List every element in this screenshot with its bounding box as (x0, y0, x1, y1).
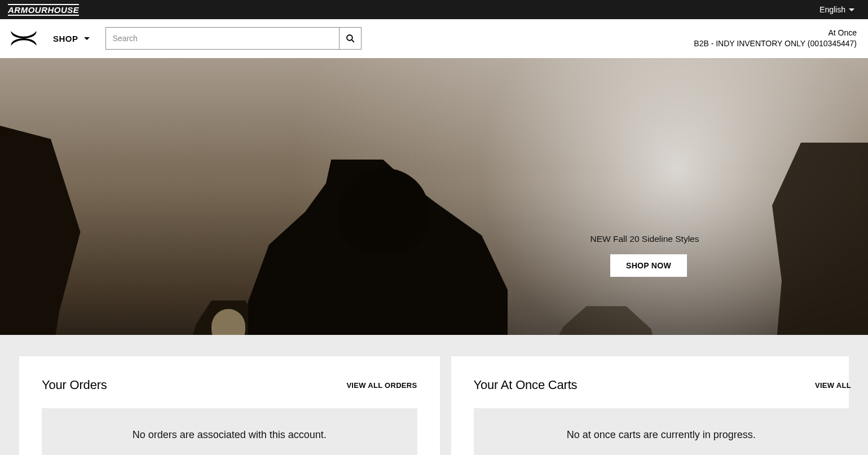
svg-point-0 (347, 35, 353, 41)
ua-logo-icon (9, 30, 38, 47)
caret-down-icon (849, 8, 854, 11)
search-icon (345, 33, 355, 43)
hero-cta: NEW Fall 20 Sideline Styles SHOP NOW (598, 234, 699, 277)
card-header: Your Orders VIEW ALL ORDERS (42, 378, 417, 392)
hero-silhouette (772, 143, 868, 335)
shop-now-button[interactable]: SHOP NOW (610, 254, 687, 277)
carts-empty-state: No at once carts are currently in progre… (474, 408, 849, 455)
hero-silhouette (0, 126, 85, 335)
view-all-orders-link[interactable]: VIEW ALL ORDERS (346, 381, 417, 390)
hero-silhouette (547, 306, 660, 335)
account-mode: At Once (694, 28, 857, 38)
shop-label: SHOP (53, 34, 78, 43)
carts-empty-message: No at once carts are currently in progre… (567, 429, 756, 441)
account-info[interactable]: At Once B2B - INDY INVENTORY ONLY (00103… (694, 28, 857, 49)
carts-card-title: Your At Once Carts (474, 378, 578, 392)
hero-silhouette (338, 168, 429, 253)
search-button[interactable] (339, 27, 362, 50)
orders-card: Your Orders VIEW ALL ORDERS No orders ar… (19, 356, 440, 455)
top-bar: ARMOURHOUSE English (0, 0, 868, 19)
account-name: B2B - INDY INVENTORY ONLY (0010345447) (694, 38, 857, 49)
search-form (105, 27, 362, 50)
svg-line-1 (352, 40, 354, 42)
main-navbar: SHOP At Once B2B - INDY INVENTORY ONLY (… (0, 19, 868, 58)
armourhouse-logo[interactable]: ARMOURHOUSE (8, 4, 79, 16)
ua-logo[interactable] (9, 29, 38, 47)
orders-empty-message: No orders are associated with this accou… (133, 429, 327, 441)
orders-empty-state: No orders are associated with this accou… (42, 408, 417, 455)
card-header: Your At Once Carts VIEW ALL (474, 378, 849, 392)
view-all-carts-link[interactable]: VIEW ALL (815, 381, 851, 390)
orders-card-title: Your Orders (42, 378, 107, 392)
language-label: English (819, 5, 845, 14)
search-input[interactable] (105, 27, 339, 50)
hero-banner: NEW Fall 20 Sideline Styles SHOP NOW (0, 58, 868, 335)
dashboard-cards: Your Orders VIEW ALL ORDERS No orders ar… (0, 335, 868, 455)
caret-down-icon (84, 37, 90, 40)
carts-card: Your At Once Carts VIEW ALL No at once c… (451, 356, 849, 455)
hero-headline: NEW Fall 20 Sideline Styles (590, 234, 699, 244)
language-selector[interactable]: English (819, 5, 854, 14)
shop-menu-button[interactable]: SHOP (53, 34, 90, 43)
